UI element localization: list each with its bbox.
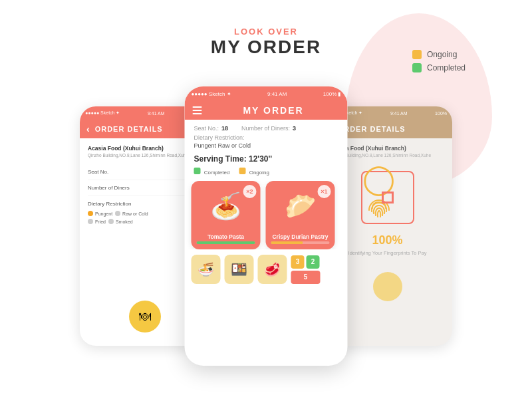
center-dietary-label: Dietary Restriction: bbox=[194, 134, 338, 141]
serving-ongoing-item: Ongoing bbox=[239, 168, 269, 176]
left-tag-pungent: Pungent bbox=[88, 211, 112, 216]
thumb-noodles[interactable]: 🍜 bbox=[192, 255, 221, 284]
hamburger-menu-icon[interactable] bbox=[193, 106, 202, 114]
legend: Ongoing Completed bbox=[412, 50, 466, 76]
center-status-left: ●●●●● Sketch ✦ bbox=[192, 91, 231, 97]
center-nav-bar: MY ORDER bbox=[185, 101, 348, 120]
pasta-count: ×2 bbox=[243, 185, 257, 198]
page-header: LOOK OVER MY ORDER bbox=[211, 27, 321, 58]
ongoing-dot bbox=[239, 168, 245, 174]
fried-dot bbox=[88, 219, 93, 224]
right-restaurant-address: Qinzho Building,NO.8,Lane 126,Shiminn Ro… bbox=[331, 153, 444, 158]
thumb-num-group: 3 2 5 bbox=[291, 255, 321, 284]
bottom-thumbnails: 🍜 🍱 🥩 3 2 5 bbox=[185, 249, 348, 284]
left-tag-raw: Raw or Cold bbox=[115, 211, 148, 216]
completed-color-dot bbox=[412, 63, 422, 72]
fingerprint-scanner: ◯ bbox=[361, 171, 414, 224]
left-status-text: ●●●●● Sketch ✦ bbox=[85, 110, 120, 116]
phones-wrapper: ●●●●● Sketch ✦ 9:41 AM 100% ‹ ORDER DETA… bbox=[80, 86, 452, 366]
durian-progress-fill bbox=[271, 241, 303, 244]
center-order-info: Seat No.: 18 Number of Diners: 3 Dietary… bbox=[185, 120, 348, 152]
food-card-pasta[interactable]: 🍝 ×2 Tomato Pasta bbox=[192, 181, 261, 249]
left-back-button[interactable]: ‹ bbox=[86, 124, 90, 134]
pasta-image: 🍝 ×2 bbox=[192, 181, 261, 231]
legend-ongoing: Ongoing bbox=[412, 50, 466, 59]
thumb-num-3: 3 bbox=[291, 255, 305, 269]
thumb-rice[interactable]: 🍱 bbox=[225, 255, 254, 284]
pungent-dot bbox=[88, 211, 93, 216]
thumb-meat[interactable]: 🥩 bbox=[258, 255, 287, 284]
fingerprint-text: Identifying Your Fingerprints To Pay bbox=[348, 250, 427, 256]
completed-legend-label: Completed bbox=[204, 170, 230, 176]
center-nav-title: MY ORDER bbox=[207, 105, 340, 116]
center-status-bar: ●●●●● Sketch ✦ 9:41 AM 100% ▮ bbox=[185, 86, 348, 101]
completed-label: Completed bbox=[427, 63, 466, 72]
left-serve-button-wrap: 🍽 bbox=[129, 301, 161, 332]
fingerprint-icon: ◯ bbox=[362, 164, 413, 231]
center-diners-label: Number of Diners: bbox=[241, 125, 290, 132]
ongoing-legend-label: Ongoing bbox=[249, 170, 269, 176]
durian-count: ×1 bbox=[318, 185, 331, 198]
durian-emoji: 🥟 bbox=[285, 192, 316, 221]
fingerprint-area: ◯ bbox=[331, 171, 444, 301]
center-serving-legend: Completed Ongoing bbox=[185, 168, 348, 181]
left-nav-title: ORDER DETAILS bbox=[95, 125, 163, 133]
pasta-progress-bar bbox=[197, 241, 255, 244]
completed-dot bbox=[194, 168, 201, 174]
right-restaurant-name: Acasia Food (Xuhui Branch) bbox=[331, 145, 444, 152]
durian-name: Crispy Durian Pastry bbox=[266, 231, 335, 241]
center-seat-field: Seat No.: 18 bbox=[194, 125, 229, 132]
center-seat-label: Seat No.: bbox=[194, 125, 219, 132]
center-seat-diners-row: Seat No.: 18 Number of Diners: 3 bbox=[194, 125, 338, 132]
my-order-text: MY ORDER bbox=[211, 37, 321, 58]
durian-progress-bar bbox=[271, 241, 330, 244]
food-cards-container: 🍝 ×2 Tomato Pasta 🥟 ×1 Crispy Durian Pas… bbox=[185, 181, 348, 249]
durian-image: 🥟 ×1 bbox=[266, 181, 335, 231]
right-status-right: 100% bbox=[435, 111, 447, 116]
fingerprint-svg bbox=[362, 194, 396, 227]
smoked-dot bbox=[108, 219, 114, 224]
center-status-right: 100% ▮ bbox=[323, 91, 341, 97]
left-tag-smoked: Smoked bbox=[108, 219, 133, 224]
legend-completed: Completed bbox=[412, 63, 466, 72]
center-dietary-values: Pungent Raw or Cold bbox=[194, 142, 338, 149]
pasta-emoji: 🍝 bbox=[210, 192, 241, 221]
raw-dot bbox=[115, 211, 120, 216]
left-seat-label: Seat No. bbox=[88, 169, 108, 175]
thumb-num-5: 5 bbox=[291, 271, 321, 284]
fingerprint-pay-button[interactable] bbox=[373, 272, 402, 301]
left-diners-label: Number of Diners bbox=[88, 185, 130, 191]
center-diners-value: 3 bbox=[293, 125, 296, 132]
ongoing-label: Ongoing bbox=[427, 50, 457, 59]
thumb-num-2: 2 bbox=[307, 255, 320, 269]
food-card-durian[interactable]: 🥟 ×1 Crispy Durian Pastry bbox=[266, 181, 335, 249]
raw-label: Raw or Cold bbox=[122, 211, 148, 216]
right-status-time: 9:41 AM bbox=[390, 111, 408, 116]
serve-button[interactable]: 🍽 bbox=[129, 301, 161, 332]
left-tag-fried: Fried bbox=[88, 219, 106, 224]
center-status-time: 9:41 AM bbox=[267, 91, 287, 97]
serving-completed-item: Completed bbox=[194, 168, 230, 176]
left-time: 9:41 AM bbox=[148, 111, 165, 116]
smoked-label: Smoked bbox=[116, 219, 133, 224]
right-nav-title: ORDER DETAILS bbox=[338, 125, 406, 133]
center-diners-field: Number of Diners: 3 bbox=[241, 125, 296, 132]
center-seat-value: 18 bbox=[221, 125, 228, 132]
look-over-text: LOOK OVER bbox=[211, 27, 321, 37]
fingerprint-percent: 100% bbox=[372, 233, 402, 247]
pasta-progress-fill bbox=[197, 241, 255, 244]
center-serving-time: Serving Time: 12'30'' bbox=[185, 152, 348, 168]
ongoing-color-dot bbox=[412, 50, 422, 59]
phone-my-order-center: ●●●●● Sketch ✦ 9:41 AM 100% ▮ MY ORDER S… bbox=[185, 86, 348, 366]
pasta-name: Tomato Pasta bbox=[192, 231, 261, 241]
fried-label: Fried bbox=[95, 219, 106, 224]
pungent-label: Pungent bbox=[95, 211, 112, 216]
